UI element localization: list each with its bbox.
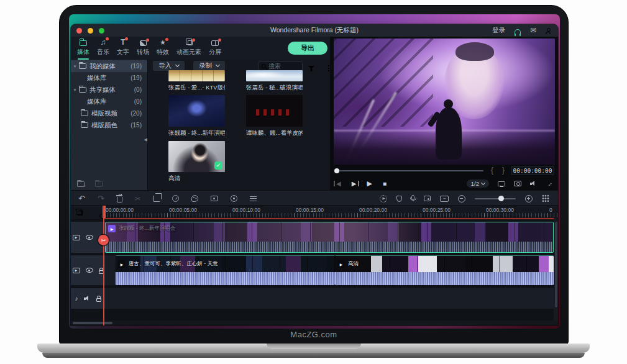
media-thumbnail (246, 70, 303, 81)
marker-icon[interactable] (396, 196, 402, 202)
zoom-out-icon[interactable] (458, 195, 465, 202)
support-headset-icon[interactable] (515, 29, 521, 34)
tab-media[interactable]: 媒体 (73, 37, 93, 60)
playback-buttons: ◀ ▶ ▶ ■ (336, 177, 387, 190)
zoom-slider-handle[interactable] (498, 196, 504, 201)
mark-out-icon[interactable]: } (502, 166, 505, 175)
clip-waveform (335, 272, 554, 285)
mixer-icon[interactable] (424, 196, 431, 201)
display-device-icon[interactable] (498, 181, 505, 186)
motion-tracking-icon[interactable] (231, 195, 237, 202)
toggle-visibility-icon[interactable] (86, 235, 93, 240)
media-item-5[interactable]: ✓ 高清 (168, 141, 225, 183)
timeline-ruler[interactable]: 00:00:00:00 00:00:05:00 00:00:10:00 00:0… (104, 206, 558, 219)
media-item-4[interactable]: 谭咏麟、顾...着羊皮的狼 (246, 95, 303, 137)
playhead-line[interactable] (103, 206, 104, 325)
sidebar-item-template-colors[interactable]: 模版颜色 (15) (71, 119, 147, 131)
folder-icon (79, 87, 86, 93)
tab-music[interactable]: ♫ 音乐 (93, 37, 113, 60)
quality-dropdown[interactable]: 1/2 (467, 180, 489, 188)
sidebar-item-media-library[interactable]: 媒体库 (19) (71, 72, 147, 84)
expand-arrow-icon[interactable]: ▾ (71, 64, 79, 69)
login-button[interactable]: 登录 (492, 26, 505, 35)
timeline-clip-track2a[interactable]: ▶ 唐古、童可可、李紫昕、庄心妍 - 天意 (116, 255, 335, 285)
clip-play-badge-icon: ▶ (337, 260, 345, 268)
timeline-clip-track2b[interactable]: ▶ 高清 (335, 255, 554, 285)
timeline-vertical-scrollbar[interactable] (554, 219, 558, 321)
media-item-2[interactable]: 张震岳 - 秘...破浪演唱会 (246, 70, 303, 92)
previous-frame-button[interactable]: ◀ (336, 180, 341, 187)
fullscreen-preview-icon[interactable] (546, 180, 553, 188)
tab-elements[interactable]: 动画元素 (173, 37, 205, 60)
account-icon[interactable] (546, 32, 551, 34)
audio-track-lane[interactable] (105, 288, 558, 309)
record-button[interactable]: 录制 (193, 61, 225, 71)
undo-icon[interactable]: ↶ (78, 194, 85, 203)
sidebar-item-my-media[interactable]: ▾ 我的媒体 (19) (71, 60, 147, 72)
new-folder-icon[interactable] (77, 181, 85, 187)
sidebar-item-shared-media[interactable]: ▾ 共享媒体 (0) (71, 84, 147, 96)
play-button[interactable]: ▶ (367, 180, 372, 188)
tab-splitscreen[interactable]: 分屏 (205, 37, 225, 60)
timeline-zoom-slider[interactable] (475, 198, 516, 199)
timeline-ruler-row: 00:00:00:00 00:00:05:00 00:00:10:00 00:0… (71, 206, 558, 219)
mute-track-icon[interactable] (84, 296, 91, 301)
redo-icon[interactable]: ↷ (98, 194, 104, 203)
voiceover-mic-icon[interactable] (411, 195, 414, 200)
next-frame-button[interactable]: ▶ (352, 180, 357, 187)
seek-bar[interactable] (336, 170, 483, 171)
paste-icon[interactable] (78, 211, 83, 216)
import-button[interactable]: 导入 (153, 61, 185, 71)
fit-timeline-icon[interactable] (440, 196, 449, 202)
singer-silhouette (436, 107, 462, 160)
timeline-clip-track1[interactable]: ▶ 张靓颖 - 终...新年演唱会 (105, 222, 554, 253)
delete-folder-icon[interactable] (95, 181, 103, 187)
track-manager-icon[interactable] (542, 194, 549, 202)
speed-icon[interactable] (172, 195, 179, 202)
collapse-sidebar-handle[interactable]: ◀ (144, 137, 147, 142)
zoom-in-icon[interactable] (525, 195, 533, 202)
stop-button[interactable]: ■ (383, 180, 387, 187)
render-preview-icon[interactable] (380, 195, 387, 202)
clip-label: 唐古、童可可、李紫昕、庄心妍 - 天意 (129, 260, 218, 268)
preview-video[interactable] (334, 39, 555, 165)
export-button[interactable]: 导出 (288, 42, 327, 55)
split-at-playhead-icon[interactable]: ✂ (98, 235, 109, 245)
media-item-1[interactable]: 张震岳 - 爱...- KTV版伴奏 (168, 70, 225, 92)
scrollbar-thumb[interactable] (73, 322, 112, 324)
media-item-3[interactable]: 张靓颖 - 终...新年演唱会 (168, 95, 225, 137)
adjust-icon[interactable] (250, 196, 257, 201)
snapshot-icon[interactable] (514, 181, 521, 186)
search-input[interactable] (268, 63, 296, 70)
color-icon[interactable] (191, 195, 198, 202)
tab-label: 分屏 (209, 48, 221, 57)
delete-icon[interactable] (117, 197, 122, 202)
green-screen-icon[interactable] (211, 196, 218, 201)
timeline-horizontal-scrollbar[interactable] (71, 321, 558, 325)
tab-effects[interactable]: ★ 特效 (153, 37, 173, 60)
expand-arrow-icon[interactable]: ▾ (71, 88, 79, 93)
split-scissors-icon[interactable]: ✂ (135, 194, 141, 203)
seek-handle[interactable] (334, 168, 339, 173)
timeline-toolbar: ↶ ↷ ✂ (71, 190, 558, 206)
search-box[interactable] (258, 61, 303, 71)
video-track-icon[interactable] (73, 235, 80, 240)
lock-track-icon[interactable] (96, 298, 101, 302)
media-tab-icon (80, 40, 87, 46)
speaker-icon[interactable] (530, 181, 537, 186)
filter-icon[interactable] (308, 66, 314, 71)
scrollbar-thumb[interactable] (555, 222, 557, 307)
toggle-visibility-icon[interactable] (86, 268, 93, 273)
tab-text[interactable]: T 文字 (113, 37, 133, 60)
crop-icon[interactable] (153, 196, 160, 202)
sidebar-item-template-videos[interactable]: 模版视频 (20) (71, 107, 147, 119)
mail-icon[interactable]: ✉ (530, 27, 536, 34)
ruler-ticks (104, 213, 558, 217)
clip-waveform (106, 242, 553, 252)
audio-track-icon[interactable]: ♪ (75, 296, 78, 302)
mark-in-icon[interactable]: { (491, 166, 493, 175)
video-track-icon[interactable] (73, 268, 80, 273)
notification-dot (218, 39, 221, 42)
tab-transitions[interactable]: 转场 (133, 37, 153, 60)
sidebar-item-shared-library[interactable]: 媒体库 (0) (71, 96, 147, 107)
